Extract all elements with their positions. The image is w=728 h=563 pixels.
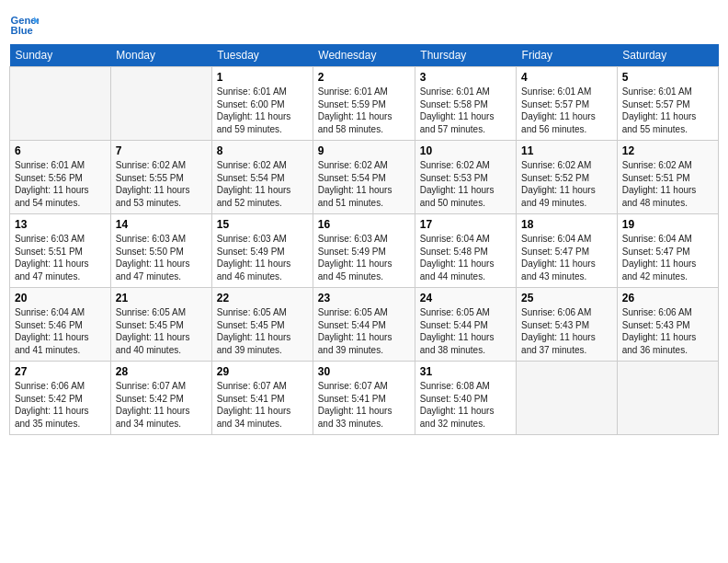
calendar-cell: 31Sunrise: 6:08 AM Sunset: 5:40 PM Dayli… xyxy=(415,362,516,435)
day-info: Sunrise: 6:06 AM Sunset: 5:42 PM Dayligh… xyxy=(15,380,106,430)
calendar-cell xyxy=(617,362,718,435)
day-number: 25 xyxy=(521,292,612,304)
day-info: Sunrise: 6:04 AM Sunset: 5:47 PM Dayligh… xyxy=(521,233,612,282)
calendar-cell: 11Sunrise: 6:02 AM Sunset: 5:52 PM Dayli… xyxy=(517,141,618,214)
calendar-cell: 12Sunrise: 6:02 AM Sunset: 5:51 PM Dayli… xyxy=(617,141,718,214)
calendar-cell: 25Sunrise: 6:06 AM Sunset: 5:43 PM Dayli… xyxy=(517,288,618,362)
calendar-cell: 14Sunrise: 6:03 AM Sunset: 5:50 PM Dayli… xyxy=(110,214,211,288)
calendar-cell: 30Sunrise: 6:07 AM Sunset: 5:41 PM Dayli… xyxy=(313,362,415,435)
day-info: Sunrise: 6:04 AM Sunset: 5:46 PM Dayligh… xyxy=(15,306,106,356)
day-number: 11 xyxy=(521,144,612,157)
day-info: Sunrise: 6:02 AM Sunset: 5:54 PM Dayligh… xyxy=(318,159,410,209)
calendar-cell xyxy=(10,67,111,141)
day-info: Sunrise: 6:06 AM Sunset: 5:43 PM Dayligh… xyxy=(622,306,713,356)
day-number: 23 xyxy=(318,292,410,304)
svg-text:Blue: Blue xyxy=(11,25,33,36)
calendar-cell: 4Sunrise: 6:01 AM Sunset: 5:57 PM Daylig… xyxy=(517,67,618,141)
day-number: 20 xyxy=(15,292,106,304)
calendar-cell xyxy=(517,362,618,435)
day-info: Sunrise: 6:05 AM Sunset: 5:45 PM Dayligh… xyxy=(116,306,207,356)
day-header-wednesday: Wednesday xyxy=(313,44,415,67)
calendar-cell: 21Sunrise: 6:05 AM Sunset: 5:45 PM Dayli… xyxy=(110,288,211,362)
day-number: 18 xyxy=(521,218,612,231)
day-number: 14 xyxy=(116,218,207,231)
calendar-cell: 13Sunrise: 6:03 AM Sunset: 5:51 PM Dayli… xyxy=(10,214,111,288)
day-number: 17 xyxy=(420,218,511,231)
calendar-week-1: 1Sunrise: 6:01 AM Sunset: 6:00 PM Daylig… xyxy=(10,67,719,141)
day-info: Sunrise: 6:02 AM Sunset: 5:51 PM Dayligh… xyxy=(622,159,713,209)
calendar-cell: 1Sunrise: 6:01 AM Sunset: 6:00 PM Daylig… xyxy=(211,67,313,141)
day-header-thursday: Thursday xyxy=(415,44,516,67)
calendar-cell: 22Sunrise: 6:05 AM Sunset: 5:45 PM Dayli… xyxy=(211,288,313,362)
day-info: Sunrise: 6:01 AM Sunset: 6:00 PM Dayligh… xyxy=(217,86,308,135)
day-number: 31 xyxy=(420,365,511,378)
day-info: Sunrise: 6:08 AM Sunset: 5:40 PM Dayligh… xyxy=(420,380,511,430)
day-info: Sunrise: 6:02 AM Sunset: 5:54 PM Dayligh… xyxy=(217,159,308,209)
day-info: Sunrise: 6:05 AM Sunset: 5:45 PM Dayligh… xyxy=(217,306,308,356)
day-number: 8 xyxy=(217,144,308,157)
day-info: Sunrise: 6:02 AM Sunset: 5:55 PM Dayligh… xyxy=(116,159,207,209)
logo: General Blue xyxy=(9,9,39,39)
calendar-week-2: 6Sunrise: 6:01 AM Sunset: 5:56 PM Daylig… xyxy=(10,141,719,214)
calendar-week-4: 20Sunrise: 6:04 AM Sunset: 5:46 PM Dayli… xyxy=(10,288,719,362)
calendar-cell: 19Sunrise: 6:04 AM Sunset: 5:47 PM Dayli… xyxy=(617,214,718,288)
day-header-monday: Monday xyxy=(110,44,211,67)
calendar-cell: 27Sunrise: 6:06 AM Sunset: 5:42 PM Dayli… xyxy=(10,362,111,435)
calendar-cell: 10Sunrise: 6:02 AM Sunset: 5:53 PM Dayli… xyxy=(415,141,516,214)
day-info: Sunrise: 6:07 AM Sunset: 5:41 PM Dayligh… xyxy=(217,380,308,430)
logo-icon: General Blue xyxy=(9,9,39,39)
day-number: 24 xyxy=(420,292,511,304)
calendar-cell: 29Sunrise: 6:07 AM Sunset: 5:41 PM Dayli… xyxy=(211,362,313,435)
page-header: General Blue xyxy=(9,9,719,39)
day-number: 29 xyxy=(217,365,308,378)
day-info: Sunrise: 6:01 AM Sunset: 5:56 PM Dayligh… xyxy=(15,159,106,209)
calendar-cell: 7Sunrise: 6:02 AM Sunset: 5:55 PM Daylig… xyxy=(110,141,211,214)
calendar-cell: 5Sunrise: 6:01 AM Sunset: 5:57 PM Daylig… xyxy=(617,67,718,141)
day-info: Sunrise: 6:07 AM Sunset: 5:41 PM Dayligh… xyxy=(318,380,410,430)
day-info: Sunrise: 6:02 AM Sunset: 5:52 PM Dayligh… xyxy=(521,159,612,209)
calendar-week-5: 27Sunrise: 6:06 AM Sunset: 5:42 PM Dayli… xyxy=(10,362,719,435)
day-info: Sunrise: 6:01 AM Sunset: 5:57 PM Dayligh… xyxy=(521,86,612,135)
day-number: 16 xyxy=(318,218,410,231)
day-info: Sunrise: 6:01 AM Sunset: 5:57 PM Dayligh… xyxy=(622,86,713,135)
day-number: 21 xyxy=(116,292,207,304)
day-number: 19 xyxy=(622,218,713,231)
day-info: Sunrise: 6:05 AM Sunset: 5:44 PM Dayligh… xyxy=(318,306,410,356)
calendar-cell: 15Sunrise: 6:03 AM Sunset: 5:49 PM Dayli… xyxy=(211,214,313,288)
day-number: 6 xyxy=(15,144,106,157)
day-number: 4 xyxy=(521,71,612,84)
day-info: Sunrise: 6:02 AM Sunset: 5:53 PM Dayligh… xyxy=(420,159,511,209)
day-info: Sunrise: 6:07 AM Sunset: 5:42 PM Dayligh… xyxy=(116,380,207,430)
calendar-cell: 20Sunrise: 6:04 AM Sunset: 5:46 PM Dayli… xyxy=(10,288,111,362)
calendar-cell: 8Sunrise: 6:02 AM Sunset: 5:54 PM Daylig… xyxy=(211,141,313,214)
calendar-cell: 28Sunrise: 6:07 AM Sunset: 5:42 PM Dayli… xyxy=(110,362,211,435)
day-number: 2 xyxy=(318,71,410,84)
calendar-table: SundayMondayTuesdayWednesdayThursdayFrid… xyxy=(9,44,719,435)
calendar-cell: 18Sunrise: 6:04 AM Sunset: 5:47 PM Dayli… xyxy=(517,214,618,288)
day-number: 27 xyxy=(15,365,106,378)
day-number: 12 xyxy=(622,144,713,157)
day-info: Sunrise: 6:06 AM Sunset: 5:43 PM Dayligh… xyxy=(521,306,612,356)
day-number: 5 xyxy=(622,71,713,84)
calendar-week-3: 13Sunrise: 6:03 AM Sunset: 5:51 PM Dayli… xyxy=(10,214,719,288)
day-number: 26 xyxy=(622,292,713,304)
day-info: Sunrise: 6:04 AM Sunset: 5:47 PM Dayligh… xyxy=(622,233,713,282)
day-number: 9 xyxy=(318,144,410,157)
day-number: 10 xyxy=(420,144,511,157)
day-number: 1 xyxy=(217,71,308,84)
day-number: 15 xyxy=(217,218,308,231)
day-info: Sunrise: 6:03 AM Sunset: 5:49 PM Dayligh… xyxy=(217,233,308,282)
day-info: Sunrise: 6:04 AM Sunset: 5:48 PM Dayligh… xyxy=(420,233,511,282)
calendar-cell xyxy=(110,67,211,141)
calendar-cell: 23Sunrise: 6:05 AM Sunset: 5:44 PM Dayli… xyxy=(313,288,415,362)
calendar-cell: 26Sunrise: 6:06 AM Sunset: 5:43 PM Dayli… xyxy=(617,288,718,362)
day-header-sunday: Sunday xyxy=(10,44,111,67)
day-number: 7 xyxy=(116,144,207,157)
day-number: 22 xyxy=(217,292,308,304)
calendar-cell: 6Sunrise: 6:01 AM Sunset: 5:56 PM Daylig… xyxy=(10,141,111,214)
day-info: Sunrise: 6:03 AM Sunset: 5:51 PM Dayligh… xyxy=(15,233,106,282)
day-info: Sunrise: 6:01 AM Sunset: 5:59 PM Dayligh… xyxy=(318,86,410,135)
calendar-cell: 3Sunrise: 6:01 AM Sunset: 5:58 PM Daylig… xyxy=(415,67,516,141)
day-info: Sunrise: 6:03 AM Sunset: 5:50 PM Dayligh… xyxy=(116,233,207,282)
calendar-cell: 16Sunrise: 6:03 AM Sunset: 5:49 PM Dayli… xyxy=(313,214,415,288)
